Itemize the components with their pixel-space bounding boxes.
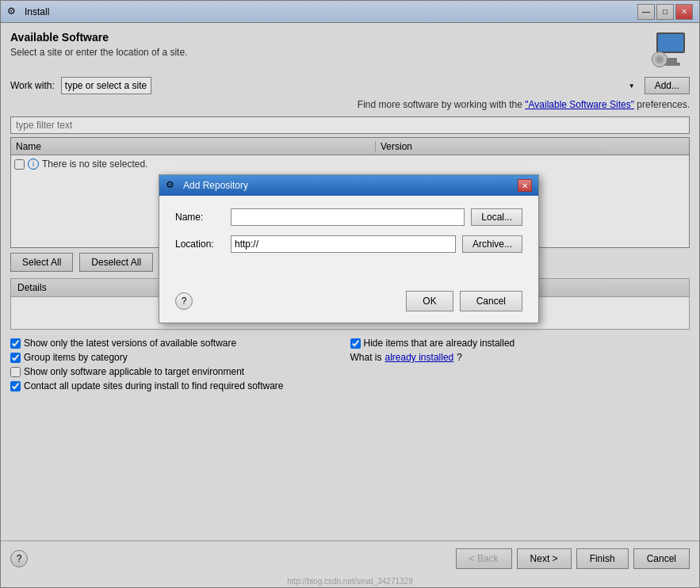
dialog-title-bar: ⚙ Add Repository ✕ xyxy=(159,175,538,196)
dialog-content: Name: Local... Location: Archive... xyxy=(159,196,538,291)
location-input[interactable] xyxy=(231,235,456,253)
location-label: Location: xyxy=(175,239,231,250)
dialog-icon: ⚙ xyxy=(166,179,178,192)
dialog-cancel-button[interactable]: Cancel xyxy=(460,291,522,311)
archive-button[interactable]: Archive... xyxy=(462,235,522,253)
dialog-action-buttons: OK Cancel xyxy=(406,291,522,311)
location-row: Location: Archive... xyxy=(175,235,522,253)
dialog-close-button[interactable]: ✕ xyxy=(518,179,532,192)
modal-overlay: ⚙ Add Repository ✕ Name: Local... Locati… xyxy=(0,0,700,588)
dialog-title: Add Repository xyxy=(183,180,518,191)
dialog-footer: ? OK Cancel xyxy=(159,291,538,323)
name-label: Name: xyxy=(175,212,231,223)
ok-button[interactable]: OK xyxy=(406,291,453,311)
add-repository-dialog: ⚙ Add Repository ✕ Name: Local... Locati… xyxy=(159,174,539,323)
dialog-help-button[interactable]: ? xyxy=(175,292,193,310)
name-input[interactable] xyxy=(231,208,465,226)
name-row: Name: Local... xyxy=(175,208,522,226)
dialog-spacer xyxy=(175,262,522,278)
local-button[interactable]: Local... xyxy=(471,208,522,226)
